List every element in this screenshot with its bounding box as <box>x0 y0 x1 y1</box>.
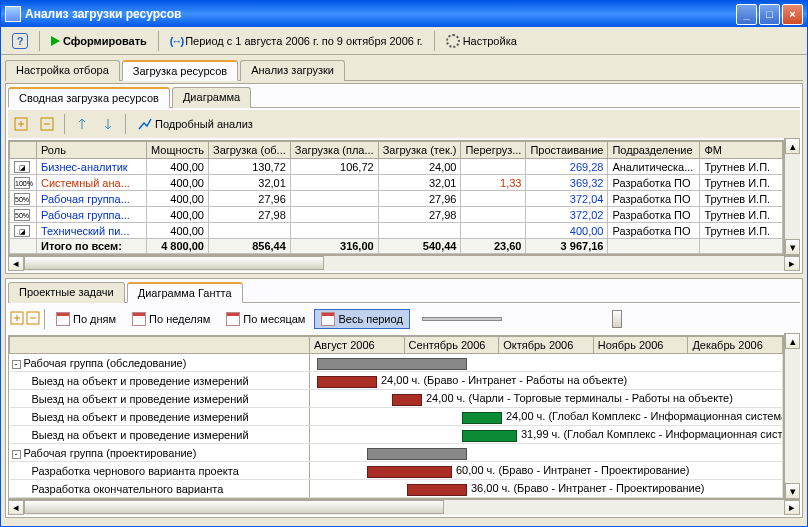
gantt-bar[interactable] <box>462 430 517 442</box>
gantt-row[interactable]: Выезд на объект и проведение измерений24… <box>10 372 783 390</box>
maximize-button[interactable]: □ <box>759 4 780 25</box>
grid-header[interactable]: ФМ <box>700 142 783 159</box>
gantt-row[interactable]: Выезд на объект и проведение измерений24… <box>10 390 783 408</box>
play-icon <box>51 36 60 46</box>
lower-panel: Проектные задачи Диаграмма Гантта По дня… <box>5 278 803 518</box>
role-link[interactable]: Бизнес-аналитик <box>41 161 128 173</box>
tab-resource-load[interactable]: Загрузка ресурсов <box>122 60 238 81</box>
time-days-button[interactable]: По дням <box>49 309 123 329</box>
minimize-button[interactable]: _ <box>736 4 757 25</box>
period-label: Период с 1 августа 2006 г. по 9 октября … <box>185 35 423 47</box>
grid-tool-collapse[interactable] <box>36 113 58 135</box>
tab-gantt[interactable]: Диаграмма Гантта <box>127 282 243 303</box>
gantt-tool-collapse[interactable] <box>26 311 40 327</box>
role-link[interactable]: Системный ана... <box>41 177 130 189</box>
table-row[interactable]: 100% Системный ана... 400,0032,0132,01 1… <box>10 175 783 191</box>
settings-label: Настройка <box>463 35 517 47</box>
period-icon: (↔) <box>170 35 182 47</box>
gantt-grid[interactable]: Август 2006Сентябрь 2006Октябрь 2006Нояб… <box>8 335 784 499</box>
gantt-row[interactable]: -Рабочая группа (обследование) <box>10 354 783 372</box>
gantt-bar[interactable] <box>317 358 467 370</box>
gantt-row[interactable]: Выезд на объект и проведение измерений24… <box>10 408 783 426</box>
resource-grid[interactable]: РольМощностьЗагрузка (об...Загрузка (пла… <box>8 140 784 255</box>
time-weeks-button[interactable]: По неделям <box>125 309 217 329</box>
tree-toggle[interactable]: - <box>12 360 21 369</box>
tab-load-analysis[interactable]: Анализ загрузки <box>240 60 345 81</box>
grid-header[interactable]: Простаивание <box>526 142 608 159</box>
hscroll-thumb[interactable] <box>24 256 324 270</box>
table-row[interactable]: 50% Рабочая группа... 400,0027,9627,96 3… <box>10 191 783 207</box>
gantt-row[interactable]: Выезд на объект и проведение измерений31… <box>10 426 783 444</box>
help-button[interactable]: ? <box>5 30 35 52</box>
grid-tool-sortasc[interactable] <box>71 113 93 135</box>
gantt-bar-label: 36,00 ч. (Браво - Интранет - Проектирова… <box>471 482 705 494</box>
scroll-right-icon[interactable]: ▸ <box>784 500 800 515</box>
scroll-right-icon[interactable]: ▸ <box>784 256 800 271</box>
gantt-vscroll[interactable]: ▴ ▾ <box>784 333 800 499</box>
scroll-left-icon[interactable]: ◂ <box>8 256 24 271</box>
gantt-bar[interactable] <box>367 466 452 478</box>
gantt-bar[interactable] <box>367 448 467 460</box>
grid-header[interactable]: Загрузка (об... <box>209 142 291 159</box>
grid-tool-expand[interactable] <box>10 113 32 135</box>
period-button[interactable]: (↔)Период с 1 августа 2006 г. по 9 октяб… <box>163 32 430 50</box>
scroll-left-icon[interactable]: ◂ <box>8 500 24 515</box>
gantt-bar[interactable] <box>392 394 422 406</box>
grid-header[interactable] <box>10 142 37 159</box>
gantt-row[interactable]: -Рабочая группа (проектирование) <box>10 444 783 462</box>
grid-vscroll[interactable]: ▴ ▾ <box>784 138 800 255</box>
grid-toolbar: Подробный анализ <box>8 110 800 138</box>
time-whole-button[interactable]: Весь период <box>314 309 409 329</box>
tree-toggle[interactable]: - <box>12 450 21 459</box>
grid-header[interactable]: Роль <box>37 142 147 159</box>
settings-button[interactable]: Настройка <box>439 31 524 51</box>
gantt-row[interactable]: Разработка окончательного варианта36,00 … <box>10 480 783 498</box>
grid-header[interactable]: Загрузка (пла... <box>290 142 378 159</box>
table-row[interactable]: ◪ Технический пи... 400,00 400,00 Разраб… <box>10 223 783 239</box>
scroll-up-icon[interactable]: ▴ <box>785 138 800 154</box>
role-link[interactable]: Рабочая группа... <box>41 209 130 221</box>
gantt-bar[interactable] <box>407 484 467 496</box>
tab-filter[interactable]: Настройка отбора <box>5 60 120 81</box>
grid-header[interactable]: Перегруз... <box>461 142 526 159</box>
scroll-down-icon[interactable]: ▾ <box>785 239 800 255</box>
subtab-diagram[interactable]: Диаграмма <box>172 87 251 108</box>
time-days-label: По дням <box>73 313 116 325</box>
total-row: Итого по всем:4 800,00856,44316,00540,44… <box>10 239 783 254</box>
gantt-row[interactable]: Разработка чернового варианта проекта60,… <box>10 462 783 480</box>
grid-header[interactable]: Загрузка (тек.) <box>378 142 461 159</box>
row-icon: 50% <box>14 193 30 205</box>
bottom-tabs: Проектные задачи Диаграмма Гантта <box>8 281 800 303</box>
calendar-icon <box>132 312 146 326</box>
hscroll-thumb[interactable] <box>24 500 444 514</box>
grid-header[interactable]: Мощность <box>147 142 209 159</box>
scroll-down-icon[interactable]: ▾ <box>785 483 800 499</box>
gantt-bar[interactable] <box>462 412 502 424</box>
gantt-bar-label: 24,00 ч. (Глобал Комплекс - Информационн… <box>506 410 783 422</box>
calendar-icon <box>321 312 335 326</box>
grid-hscroll[interactable]: ◂ ▸ <box>8 255 800 271</box>
slider-thumb[interactable] <box>612 310 622 328</box>
zoom-slider[interactable] <box>422 310 622 328</box>
grid-header[interactable]: Подразделение <box>608 142 700 159</box>
table-row[interactable]: 50% Рабочая группа... 400,0027,9827,98 3… <box>10 207 783 223</box>
help-icon: ? <box>12 33 28 49</box>
time-toolbar: По дням По неделям По месяцам Весь перио… <box>8 305 800 333</box>
role-link[interactable]: Технический пи... <box>41 225 129 237</box>
close-button[interactable]: × <box>782 4 803 25</box>
role-link[interactable]: Рабочая группа... <box>41 193 130 205</box>
time-months-button[interactable]: По месяцам <box>219 309 312 329</box>
grid-tool-sortdesc[interactable] <box>97 113 119 135</box>
detail-analysis-button[interactable]: Подробный анализ <box>132 114 259 134</box>
subtab-summary[interactable]: Сводная загрузка ресурсов <box>8 87 170 108</box>
form-button[interactable]: Сформировать <box>44 32 154 50</box>
tab-project-tasks[interactable]: Проектные задачи <box>8 282 125 303</box>
gantt-hscroll[interactable]: ◂ ▸ <box>8 499 800 515</box>
table-row[interactable]: ◪ Бизнес-аналитик 400,00130,72106,7224,0… <box>10 159 783 175</box>
upper-panel: Сводная загрузка ресурсов Диаграмма Подр… <box>5 83 803 274</box>
form-button-label: Сформировать <box>63 35 147 47</box>
gantt-tool-expand[interactable] <box>10 311 24 327</box>
time-weeks-label: По неделям <box>149 313 210 325</box>
scroll-up-icon[interactable]: ▴ <box>785 333 800 349</box>
gantt-bar[interactable] <box>317 376 377 388</box>
